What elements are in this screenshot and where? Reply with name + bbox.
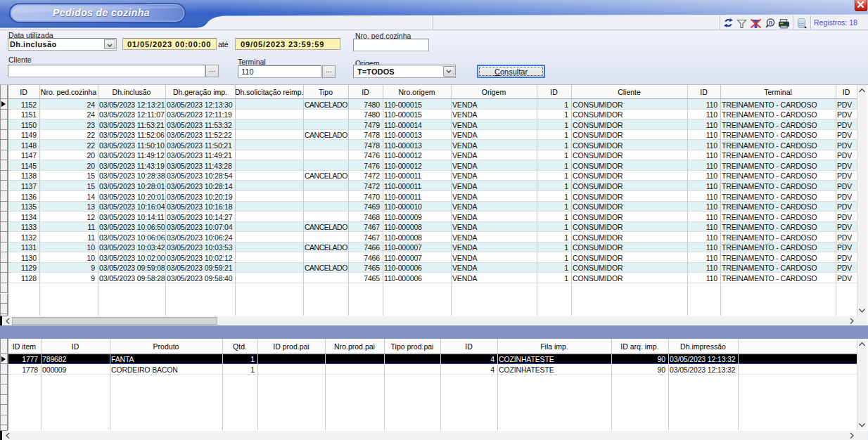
svg-text:n: n	[769, 19, 772, 26]
